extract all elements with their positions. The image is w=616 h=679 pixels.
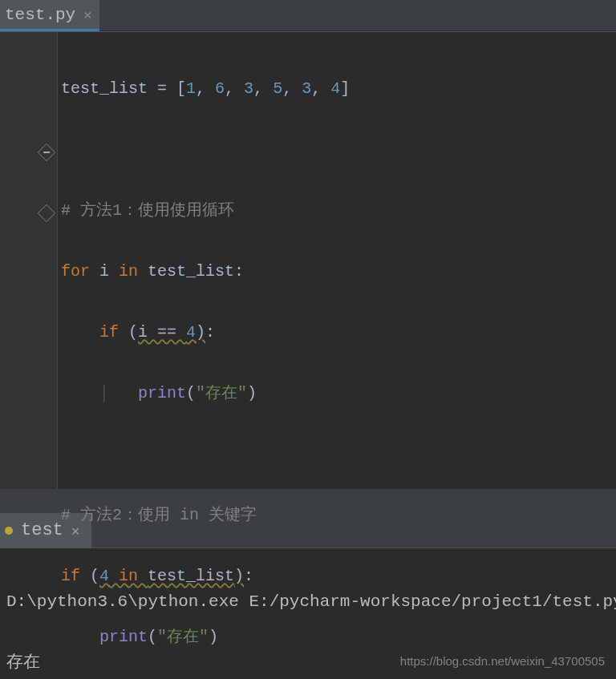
comment: # 方法1：使用使用循环 xyxy=(61,201,234,220)
editor-tab-label: test.py xyxy=(5,6,75,24)
tab-strip xyxy=(99,0,616,31)
comment: # 方法2：使用 in 关键字 xyxy=(61,506,257,524)
code-area[interactable]: test_list = [1, 6, 3, 5, 3, 4] # 方法1：使用使… xyxy=(58,32,616,489)
fold-icon[interactable] xyxy=(38,143,56,162)
run-tab-label: test xyxy=(21,520,63,540)
editor: test_list = [1, 6, 3, 5, 3, 4] # 方法1：使用使… xyxy=(0,32,616,489)
editor-tab-bar: test.py ✕ xyxy=(0,0,616,32)
close-icon[interactable]: ✕ xyxy=(83,6,91,23)
editor-tab[interactable]: test.py ✕ xyxy=(0,0,99,31)
fold-icon[interactable] xyxy=(38,204,56,223)
gutter[interactable] xyxy=(0,32,58,489)
run-status-icon xyxy=(5,527,13,535)
code-text: test_list = [ xyxy=(61,79,186,98)
watermark: https://blog.csdn.net/weixin_43700505 xyxy=(400,654,605,668)
